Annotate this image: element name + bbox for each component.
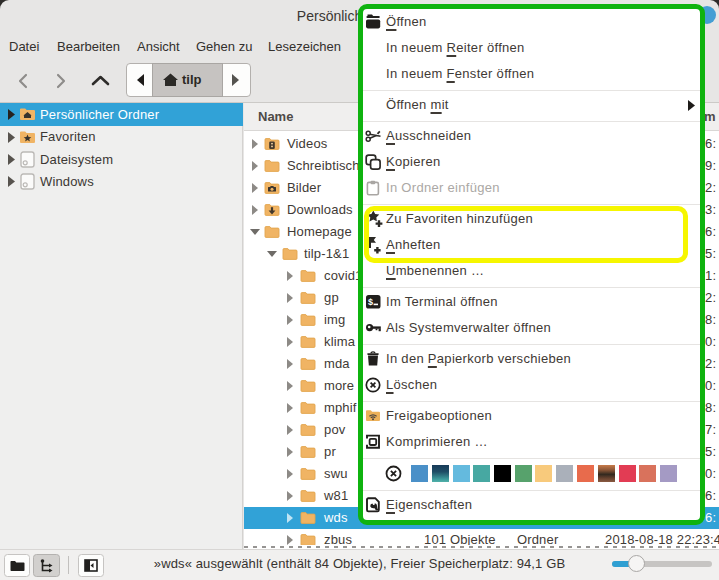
svg-text:$: $ bbox=[368, 297, 373, 307]
